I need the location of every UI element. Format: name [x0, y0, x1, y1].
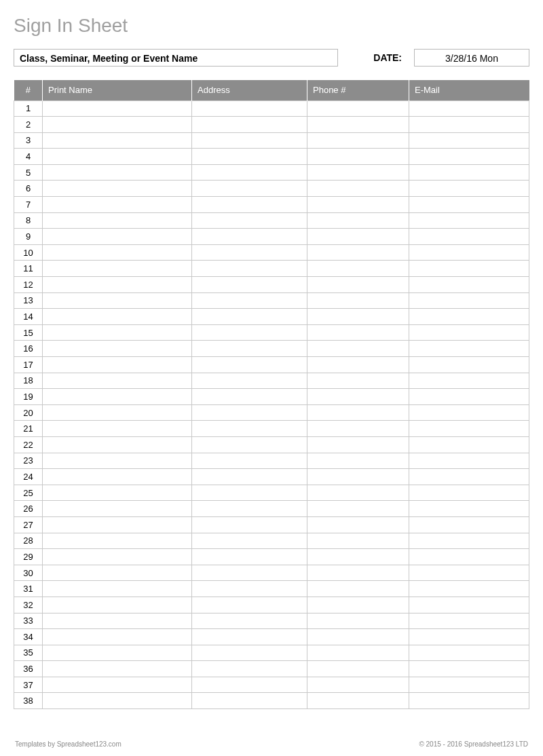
cell[interactable]: [409, 469, 529, 485]
cell[interactable]: [307, 244, 409, 261]
cell[interactable]: [307, 212, 409, 229]
cell[interactable]: [409, 149, 529, 165]
cell[interactable]: [307, 389, 409, 405]
cell[interactable]: [43, 613, 192, 629]
cell[interactable]: [307, 661, 409, 677]
cell[interactable]: [409, 212, 529, 229]
cell[interactable]: [409, 533, 529, 549]
cell[interactable]: [192, 469, 307, 485]
cell[interactable]: [192, 565, 307, 581]
cell[interactable]: [307, 533, 409, 549]
cell[interactable]: [409, 197, 529, 213]
cell[interactable]: [43, 421, 192, 437]
cell[interactable]: [43, 341, 192, 357]
cell[interactable]: [409, 373, 529, 389]
cell[interactable]: [192, 404, 307, 421]
cell[interactable]: [43, 436, 192, 453]
cell[interactable]: [192, 389, 307, 405]
cell[interactable]: [409, 132, 529, 149]
cell[interactable]: [192, 549, 307, 565]
cell[interactable]: [192, 261, 307, 277]
cell[interactable]: [409, 357, 529, 373]
cell[interactable]: [192, 421, 307, 437]
cell[interactable]: [192, 341, 307, 357]
cell[interactable]: [43, 597, 192, 613]
cell[interactable]: [409, 516, 529, 533]
cell[interactable]: [192, 613, 307, 629]
cell[interactable]: [409, 292, 529, 309]
cell[interactable]: [192, 629, 307, 645]
cell[interactable]: [192, 581, 307, 597]
cell[interactable]: [409, 309, 529, 325]
cell[interactable]: [192, 357, 307, 373]
cell[interactable]: [43, 661, 192, 677]
cell[interactable]: [307, 693, 409, 709]
cell[interactable]: [43, 324, 192, 341]
cell[interactable]: [192, 485, 307, 501]
cell[interactable]: [192, 453, 307, 469]
cell[interactable]: [307, 485, 409, 501]
event-name-field[interactable]: Class, Seminar, Meeting or Event Name: [14, 49, 338, 67]
cell[interactable]: [192, 677, 307, 693]
cell[interactable]: [43, 309, 192, 325]
cell[interactable]: [409, 404, 529, 421]
cell[interactable]: [43, 373, 192, 389]
cell[interactable]: [307, 613, 409, 629]
cell[interactable]: [409, 629, 529, 645]
cell[interactable]: [192, 533, 307, 549]
cell[interactable]: [192, 181, 307, 197]
cell[interactable]: [409, 324, 529, 341]
cell[interactable]: [43, 357, 192, 373]
cell[interactable]: [43, 277, 192, 293]
cell[interactable]: [43, 149, 192, 165]
cell[interactable]: [43, 581, 192, 597]
cell[interactable]: [43, 229, 192, 245]
cell[interactable]: [307, 117, 409, 133]
cell[interactable]: [43, 501, 192, 517]
cell[interactable]: [43, 645, 192, 661]
cell[interactable]: [307, 421, 409, 437]
cell[interactable]: [192, 212, 307, 229]
cell[interactable]: [43, 244, 192, 261]
cell[interactable]: [43, 693, 192, 709]
cell[interactable]: [409, 244, 529, 261]
cell[interactable]: [409, 117, 529, 133]
cell[interactable]: [307, 261, 409, 277]
cell[interactable]: [307, 164, 409, 181]
cell[interactable]: [307, 501, 409, 517]
cell[interactable]: [43, 677, 192, 693]
cell[interactable]: [307, 404, 409, 421]
cell[interactable]: [43, 516, 192, 533]
cell[interactable]: [409, 549, 529, 565]
cell[interactable]: [409, 229, 529, 245]
cell[interactable]: [307, 292, 409, 309]
cell[interactable]: [192, 597, 307, 613]
cell[interactable]: [192, 693, 307, 709]
cell[interactable]: [307, 516, 409, 533]
cell[interactable]: [192, 373, 307, 389]
cell[interactable]: [43, 533, 192, 549]
cell[interactable]: [307, 149, 409, 165]
cell[interactable]: [409, 645, 529, 661]
cell[interactable]: [409, 261, 529, 277]
cell[interactable]: [192, 309, 307, 325]
cell[interactable]: [307, 677, 409, 693]
cell[interactable]: [192, 149, 307, 165]
cell[interactable]: [307, 100, 409, 117]
cell[interactable]: [192, 436, 307, 453]
cell[interactable]: [192, 324, 307, 341]
cell[interactable]: [192, 661, 307, 677]
cell[interactable]: [307, 324, 409, 341]
cell[interactable]: [307, 629, 409, 645]
cell[interactable]: [409, 436, 529, 453]
cell[interactable]: [307, 565, 409, 581]
cell[interactable]: [307, 132, 409, 149]
date-field[interactable]: 3/28/16 Mon: [414, 49, 529, 67]
cell[interactable]: [307, 181, 409, 197]
cell[interactable]: [409, 421, 529, 437]
cell[interactable]: [307, 645, 409, 661]
cell[interactable]: [43, 132, 192, 149]
cell[interactable]: [409, 485, 529, 501]
cell[interactable]: [43, 292, 192, 309]
cell[interactable]: [43, 404, 192, 421]
